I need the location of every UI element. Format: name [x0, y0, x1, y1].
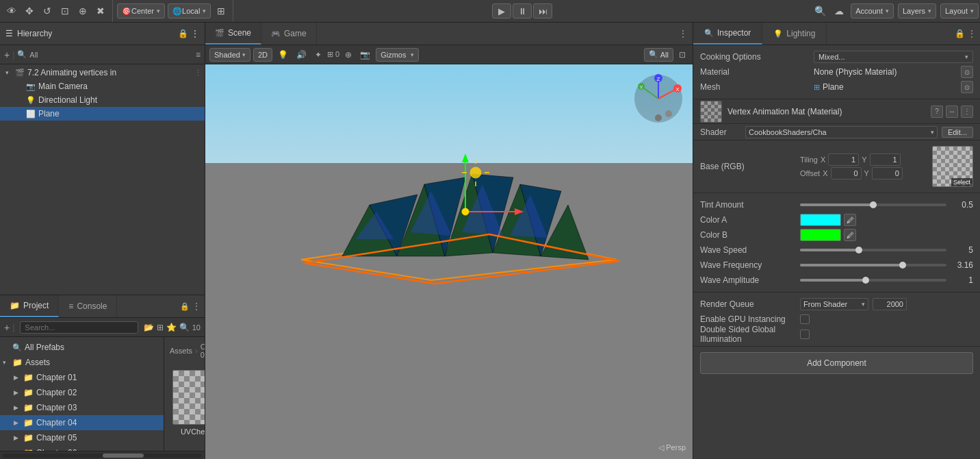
project-add-btn[interactable]: + — [4, 322, 10, 333]
scene-menu-icon[interactable]: ⋮ — [194, 69, 202, 77]
wave-amp-thumb[interactable] — [862, 277, 869, 284]
wave-speed-thumb[interactable] — [855, 247, 862, 253]
lighting-tab[interactable]: 💡 Lighting — [762, 23, 827, 45]
tree-item-plane[interactable]: ⬜ Plane — [0, 107, 205, 121]
eye-tool-btn[interactable]: 👁 — [3, 2, 21, 20]
center-dropdown[interactable]: 🎯 Center ▾ — [117, 3, 165, 18]
prefabs-search-icon: 🔍 — [12, 343, 22, 352]
sidebar-item-assets[interactable]: ▾ 📁 Assets — [0, 355, 164, 370]
account-dropdown[interactable]: Account ▾ — [851, 3, 894, 18]
sidebar-item-chapter05[interactable]: ▶ 📁 Chapter 05 — [0, 430, 164, 445]
sidebar-item-chapter06[interactable]: ▶ 📁 Chapter 06 — [0, 445, 164, 451]
tint-slider-track[interactable] — [800, 203, 946, 206]
breadcrumb-chapter07[interactable]: Chapter 07 — [201, 343, 205, 359]
rotate-tool-btn[interactable]: ↺ — [38, 2, 56, 20]
shader-dropdown[interactable]: CookbookShaders/Cha ▾ — [745, 126, 938, 138]
console-tab[interactable]: ≡ Console — [59, 295, 117, 317]
cloud-btn[interactable]: ☁ — [830, 2, 848, 20]
sidebar-item-chapter04[interactable]: ▶ 📁 Chapter 04 — [0, 415, 164, 430]
double-sided-checkbox[interactable] — [800, 330, 810, 339]
scene-tab[interactable]: 🎬 Scene — [205, 23, 261, 45]
material-menu-btn[interactable]: ⋮ — [961, 106, 973, 118]
shader-edit-btn[interactable]: Edit... — [942, 127, 973, 138]
color-a-swatch[interactable] — [800, 214, 841, 226]
cooking-options-dropdown[interactable]: Mixed... ▾ — [814, 51, 973, 63]
all-dropdown[interactable]: 🔍 All — [644, 48, 673, 62]
project-tab-label: Project — [23, 301, 49, 310]
offset-y-input[interactable] — [872, 167, 903, 179]
material-preview-thumb — [700, 101, 722, 123]
wave-amp-track[interactable] — [800, 279, 946, 282]
mode-2d-btn[interactable]: 2D — [253, 48, 272, 62]
scene-maximize[interactable]: ⊡ — [676, 50, 688, 60]
sidebar-item-chapter01[interactable]: ▶ 📁 Chapter 01 — [0, 370, 164, 385]
render-queue-dropdown[interactable]: From Shader ▾ — [800, 298, 868, 310]
all-label: All — [660, 51, 669, 59]
render-queue-input[interactable] — [873, 298, 907, 310]
add-btn[interactable]: + — [4, 49, 10, 60]
gpu-instancing-checkbox[interactable] — [800, 314, 810, 324]
move-tool-btn[interactable]: ✥ — [21, 2, 38, 20]
list-item[interactable]: UVChecker — [170, 367, 205, 438]
scene-camera[interactable]: 📷 — [357, 50, 373, 60]
scene-viewport[interactable]: Z X Y ◁ Persp — [205, 64, 693, 459]
project-tab[interactable]: 📁 Project — [0, 295, 59, 317]
search-btn[interactable]: 🔍 — [811, 2, 829, 20]
wave-speed-track[interactable] — [800, 249, 946, 251]
layout-dropdown[interactable]: Layout ▾ — [940, 3, 979, 18]
layers-dropdown[interactable]: Layers ▾ — [898, 3, 936, 18]
wave-freq-thumb[interactable] — [899, 262, 906, 269]
project-menu-icon[interactable]: ⋮ — [192, 301, 201, 311]
inspector-menu-icon[interactable]: ⋮ — [968, 29, 976, 38]
grid-btn[interactable]: ⊞ — [212, 2, 230, 20]
account-layers-group: 🔍 ☁ Account ▾ Layers ▾ Layout ▾ — [811, 2, 980, 20]
material-help-btn[interactable]: ? — [931, 106, 943, 118]
mesh-renderer-section: Cooking Options Mixed... ▾ Material None… — [693, 45, 980, 99]
tiling-y-input[interactable] — [870, 153, 901, 166]
center-dropdown-arrow: ▾ — [157, 8, 160, 14]
play-btn[interactable]: ▶ — [492, 3, 511, 18]
transform-tool-btn[interactable]: ✖ — [92, 2, 109, 20]
tint-slider-thumb[interactable] — [870, 201, 877, 208]
light-toggle[interactable]: 💡 — [275, 50, 291, 60]
color-a-eyedropper[interactable]: 🖉 — [844, 214, 856, 226]
material-dot-btn[interactable]: ⊙ — [961, 66, 973, 78]
svg-marker-16 — [462, 153, 469, 162]
step-btn[interactable]: ⏭ — [533, 3, 552, 18]
scene-overlay[interactable]: ⊕ — [342, 50, 354, 60]
tiling-x-input[interactable] — [828, 153, 859, 166]
breadcrumb-assets[interactable]: Assets — [170, 347, 192, 355]
local-dropdown[interactable]: 🌐 Local ▾ — [168, 3, 211, 18]
hierarchy-menu-icon[interactable]: ⋮ — [191, 29, 199, 38]
horizontal-scrollbar[interactable] — [0, 451, 205, 459]
sidebar-item-chapter02[interactable]: ▶ 📁 Chapter 02 — [0, 385, 164, 400]
vfx-toggle[interactable]: ✦ — [312, 50, 324, 60]
gizmos-dropdown[interactable]: Gizmos ▾ — [376, 48, 419, 62]
sidebar-item-chapter03[interactable]: ▶ 📁 Chapter 03 — [0, 400, 164, 415]
sidebar-item-all-prefabs[interactable]: 🔍 All Prefabs — [0, 340, 164, 355]
mesh-dot-btn[interactable]: ⊙ — [961, 81, 973, 93]
scene-menu-icon[interactable]: ⋮ — [673, 29, 693, 38]
add-component-btn[interactable]: Add Component — [700, 352, 973, 374]
color-b-eyedropper[interactable]: 🖉 — [844, 229, 856, 241]
material-link-btn[interactable]: ↔ — [946, 106, 958, 118]
game-tab[interactable]: 🎮 Game — [261, 23, 317, 45]
pivot-tool-btn[interactable]: ⊕ — [74, 2, 92, 20]
project-search-input[interactable] — [20, 321, 138, 334]
project-folder-icon: 📂 — [144, 323, 154, 332]
shading-dropdown[interactable]: Shaded ▾ — [209, 48, 250, 62]
offset-x-input[interactable] — [831, 167, 862, 179]
wave-freq-track[interactable] — [800, 264, 946, 266]
base-texture-thumb[interactable]: Select — [932, 146, 973, 187]
tree-item-camera[interactable]: 📷 Main Camera — [0, 79, 205, 93]
tree-item-scene[interactable]: ▾ 🎬 7.2 Animating vertices in ⋮ — [0, 66, 205, 79]
inspector-tab[interactable]: 🔍 Inspector — [693, 23, 762, 45]
svg-text:Z: Z — [657, 76, 660, 82]
audio-toggle[interactable]: 🔊 — [294, 50, 309, 60]
scrollbar-thumb[interactable] — [103, 454, 144, 458]
color-b-swatch[interactable] — [800, 229, 841, 241]
pause-btn[interactable]: ⏸ — [513, 3, 532, 18]
tree-item-light[interactable]: 💡 Directional Light — [0, 93, 205, 107]
hierarchy-filter-btn[interactable]: ≡ — [196, 50, 201, 60]
rect-tool-btn[interactable]: ⊡ — [56, 2, 74, 20]
